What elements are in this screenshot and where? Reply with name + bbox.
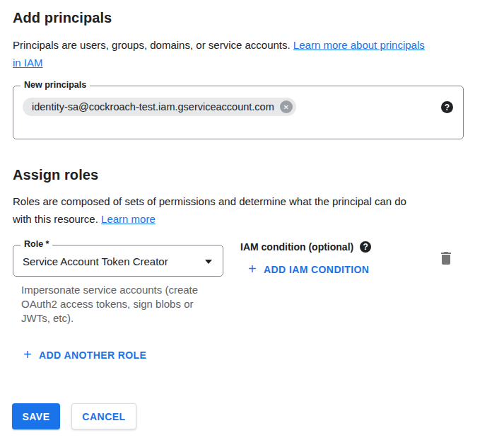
principal-chip-value: identity-sa@cockroach-test.iam.gservicea… (32, 101, 274, 112)
principals-description: Principals are users, groups, domains, o… (13, 36, 472, 71)
page-title: Add principals (13, 10, 112, 26)
new-principals-label: New principals (20, 80, 90, 90)
new-principals-field[interactable]: New principals identity-sa@cockroach-tes… (13, 86, 464, 139)
plus-icon: + (23, 347, 32, 362)
iam-condition-help-icon[interactable]: ? (360, 241, 371, 253)
iam-condition-label: IAM condition (optional) (240, 241, 353, 253)
principal-chip: identity-sa@cockroach-test.iam.gservicea… (23, 98, 296, 116)
assign-roles-description-line1: Roles are composed of sets of permission… (13, 195, 406, 207)
role-selected-value: Service Account Token Creator (23, 255, 168, 267)
learn-more-roles-link[interactable]: Learn more (101, 213, 156, 225)
add-iam-condition-label: ADD IAM CONDITION (264, 264, 369, 275)
add-another-role-label: ADD ANOTHER ROLE (39, 349, 146, 361)
role-label: Role * (20, 239, 52, 249)
help-icon[interactable]: ? (441, 101, 453, 113)
role-description: Impersonate service accounts (create OAu… (21, 283, 216, 325)
principals-description-text: Principals are users, groups, domains, o… (13, 39, 291, 51)
assign-roles-title: Assign roles (13, 167, 98, 183)
add-principals-panel: Add principals Principals are users, gro… (0, 0, 504, 445)
save-button[interactable]: SAVE (12, 403, 60, 429)
assign-roles-description: Roles are composed of sets of permission… (13, 192, 479, 228)
assign-roles-description-line2: with this resource. (13, 213, 98, 225)
chip-remove-icon[interactable]: ✕ (280, 100, 293, 113)
delete-role-button[interactable] (438, 250, 455, 267)
add-another-role-button[interactable]: + ADD ANOTHER ROLE (23, 348, 146, 362)
cancel-button[interactable]: CANCEL (71, 403, 136, 429)
role-select[interactable]: Role * Service Account Token Creator (13, 245, 223, 277)
trash-icon (438, 250, 455, 267)
add-iam-condition-button[interactable]: + ADD IAM CONDITION (248, 262, 369, 277)
iam-condition-label-row: IAM condition (optional) ? (240, 241, 371, 253)
chevron-down-icon (205, 260, 212, 264)
plus-icon: + (248, 262, 257, 276)
